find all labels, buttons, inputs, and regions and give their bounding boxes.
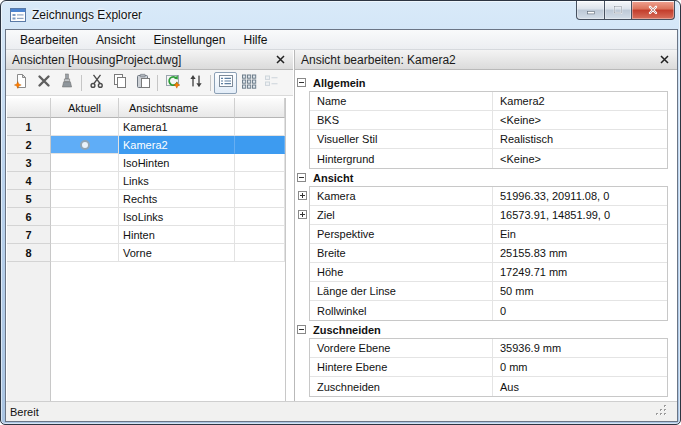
property-row-breite[interactable]: Breite25155.83 mm xyxy=(310,244,667,263)
row-number-cell[interactable]: 1 xyxy=(7,118,51,136)
section-collapse-icon[interactable] xyxy=(297,78,306,87)
toolbar-button-details-view[interactable] xyxy=(214,72,237,94)
toolbar-button-delete[interactable] xyxy=(32,72,55,94)
views-toolbar xyxy=(6,70,293,96)
table-row[interactable]: 5Rechts xyxy=(7,190,285,208)
current-cell[interactable] xyxy=(51,136,119,154)
row-number-cell[interactable]: 3 xyxy=(7,154,51,172)
toolbar-button-refresh[interactable] xyxy=(184,72,207,94)
toolbar-button-new-view[interactable] xyxy=(9,72,32,94)
table-row[interactable]: 2Kamera2 xyxy=(7,136,285,154)
minimize-button[interactable] xyxy=(576,1,605,20)
views-panel-close-icon[interactable] xyxy=(273,53,287,67)
view-name-cell[interactable]: Kamera2 xyxy=(119,136,235,154)
resize-grip-icon[interactable] xyxy=(656,405,667,418)
section-collapse-icon[interactable] xyxy=(297,173,306,182)
table-row[interactable]: 8Vorne xyxy=(7,244,285,262)
column-header-aktuell[interactable]: Aktuell xyxy=(51,98,119,118)
property-row-rollwinkel[interactable]: Rollwinkel0 xyxy=(310,301,667,320)
toolbar-button-tree-view[interactable] xyxy=(260,72,283,94)
row-number-cell[interactable]: 2 xyxy=(7,136,51,154)
property-expand-icon[interactable] xyxy=(298,210,307,219)
property-value[interactable]: 50 mm xyxy=(493,282,667,300)
view-name-cell[interactable]: Links xyxy=(119,172,235,190)
menu-item-ansicht[interactable]: Ansicht xyxy=(87,30,144,49)
property-value[interactable]: <Keine> xyxy=(493,111,667,129)
edit-view-panel-close-icon[interactable] xyxy=(657,53,671,67)
close-button[interactable] xyxy=(632,1,675,20)
view-name-cell[interactable]: Hinten xyxy=(119,226,235,244)
column-header-ansichtsname[interactable]: Ansichtsname xyxy=(119,98,235,118)
section-collapse-icon[interactable] xyxy=(297,325,306,334)
view-name-cell[interactable]: IsoLinks xyxy=(119,208,235,226)
row-number-cell[interactable]: 5 xyxy=(7,190,51,208)
current-cell[interactable] xyxy=(51,154,119,172)
toolbar-button-icons-view[interactable] xyxy=(237,72,260,94)
toolbar-button-cut[interactable] xyxy=(85,72,108,94)
property-value[interactable]: Kamera2 xyxy=(493,92,667,110)
property-value[interactable]: 0 xyxy=(493,301,667,320)
current-cell[interactable] xyxy=(51,226,119,244)
property-value[interactable]: 25155.83 mm xyxy=(493,244,667,262)
property-value[interactable]: 0 mm xyxy=(493,358,667,376)
trailing-cell[interactable] xyxy=(235,226,285,244)
toolbar-button-paste[interactable] xyxy=(131,72,154,94)
toolbar-button-copy[interactable] xyxy=(108,72,131,94)
property-row-visueller-stil[interactable]: Visueller StilRealistisch xyxy=(310,130,667,149)
view-name-cell[interactable]: Rechts xyxy=(119,190,235,208)
menu-item-einstellungen[interactable]: Einstellungen xyxy=(144,30,234,49)
trailing-cell[interactable] xyxy=(235,154,285,172)
trailing-cell[interactable] xyxy=(235,118,285,136)
property-row-hintergrund[interactable]: Hintergrund<Keine> xyxy=(310,149,667,168)
menu-item-hilfe[interactable]: Hilfe xyxy=(234,30,276,49)
property-row-bks[interactable]: BKS<Keine> xyxy=(310,111,667,130)
property-expand-icon[interactable] xyxy=(298,191,307,200)
trailing-cell[interactable] xyxy=(235,208,285,226)
view-name-cell[interactable]: Vorne xyxy=(119,244,235,262)
trailing-cell[interactable] xyxy=(235,190,285,208)
property-value[interactable]: <Keine> xyxy=(493,149,667,168)
maximize-button[interactable] xyxy=(605,1,632,20)
property-value[interactable]: 51996.33, 20911.08, 0 xyxy=(493,187,667,205)
table-row[interactable]: 1Kamera1 xyxy=(7,118,285,136)
current-cell[interactable] xyxy=(51,190,119,208)
menu-item-bearbeiten[interactable]: Bearbeiten xyxy=(11,30,87,49)
current-cell[interactable] xyxy=(51,208,119,226)
current-cell[interactable] xyxy=(51,244,119,262)
table-row[interactable]: 4Links xyxy=(7,172,285,190)
view-name-cell[interactable]: IsoHinten xyxy=(119,154,235,172)
property-row-zuschneiden[interactable]: ZuschneidenAus xyxy=(310,377,667,396)
row-number-cell[interactable]: 8 xyxy=(7,244,51,262)
property-value[interactable]: 17249.71 mm xyxy=(493,263,667,281)
table-row[interactable]: 6IsoLinks xyxy=(7,208,285,226)
toolbar-button-set-current-view[interactable] xyxy=(161,72,184,94)
property-row-ziel[interactable]: Ziel16573.91, 14851.99, 0 xyxy=(310,206,667,225)
property-row-hintere-ebene[interactable]: Hintere Ebene0 mm xyxy=(310,358,667,377)
current-cell[interactable] xyxy=(51,118,119,136)
row-number-cell[interactable]: 7 xyxy=(7,226,51,244)
toolbar-button-purge[interactable] xyxy=(55,72,78,94)
property-row-vordere-ebene[interactable]: Vordere Ebene35936.9 mm xyxy=(310,339,667,358)
property-row-kamera[interactable]: Kamera51996.33, 20911.08, 0 xyxy=(310,187,667,206)
row-number-cell[interactable]: 4 xyxy=(7,172,51,190)
property-row-h-he[interactable]: Höhe17249.71 mm xyxy=(310,263,667,282)
property-row-name[interactable]: NameKamera2 xyxy=(310,92,667,111)
row-number-cell[interactable]: 6 xyxy=(7,208,51,226)
property-row-l-nge-der-linse[interactable]: Länge der Linse50 mm xyxy=(310,282,667,301)
title-bar[interactable]: Zeichnungs Explorer xyxy=(1,1,680,29)
property-value[interactable]: 16573.91, 14851.99, 0 xyxy=(493,206,667,224)
trailing-cell[interactable] xyxy=(235,172,285,190)
trailing-cell[interactable] xyxy=(235,244,285,262)
property-row-perspektive[interactable]: PerspektiveEin xyxy=(310,225,667,244)
trailing-cell[interactable] xyxy=(235,136,285,154)
table-row[interactable]: 3IsoHinten xyxy=(7,154,285,172)
column-header-blank[interactable] xyxy=(235,98,285,118)
property-value[interactable]: 35936.9 mm xyxy=(493,339,667,357)
property-value[interactable]: Ein xyxy=(493,225,667,243)
column-header-blank[interactable] xyxy=(7,98,51,118)
table-row[interactable]: 7Hinten xyxy=(7,226,285,244)
property-value[interactable]: Aus xyxy=(493,377,667,396)
view-name-cell[interactable]: Kamera1 xyxy=(119,118,235,136)
property-value[interactable]: Realistisch xyxy=(493,130,667,148)
current-cell[interactable] xyxy=(51,172,119,190)
